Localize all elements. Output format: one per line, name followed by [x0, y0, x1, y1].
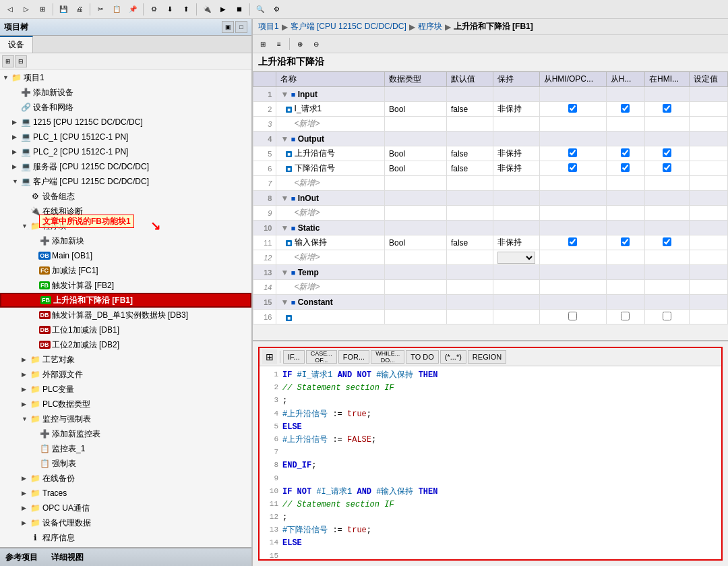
toolbar-btn-2[interactable]: ▷ [19, 2, 34, 17]
tree-item[interactable]: ▶📁OPC UA通信 [0, 501, 251, 515]
tree-item[interactable]: 📋强制表 [0, 456, 251, 471]
hmi1-checkbox[interactable] [568, 148, 577, 157]
tree-item[interactable]: ⚙设备组态 [0, 189, 251, 204]
tree-item[interactable]: ➕添加新设备 [0, 85, 251, 100]
row-expand[interactable]: ▼ [280, 194, 289, 203]
table-row[interactable]: 4▼ ■ Output [253, 132, 728, 146]
row-name[interactable]: ▼ ■ Static [276, 221, 385, 235]
toolbar-btn-online[interactable]: 🔌 [200, 2, 214, 17]
table-row[interactable]: 2■ I_请求1Boolfalse非保持 [253, 102, 728, 117]
tree-item[interactable]: ▼💻客户端 [CPU 1215C DC/DC/DC] [0, 174, 251, 189]
tree-item[interactable]: ▼📁监控与强制表 [0, 412, 251, 426]
line-content[interactable]: ELSE [282, 537, 716, 550]
tree-item[interactable]: ➕添加新监控表 [0, 426, 251, 441]
row-name[interactable]: <新增> [276, 176, 385, 191]
tree-item[interactable]: ▼📁程序块 [0, 219, 251, 233]
table-row[interactable]: 10▼ ■ Static [253, 221, 728, 235]
tree-item[interactable]: ▶📁Traces [0, 486, 251, 501]
tree-item[interactable]: ▶📁设备代理数据 [0, 515, 251, 530]
code-btn-region[interactable]: REGION [468, 350, 506, 364]
row-name[interactable]: ■ 输入保持 [276, 235, 385, 250]
retain-select[interactable] [497, 252, 535, 264]
hmi1-checkbox[interactable] [568, 163, 577, 172]
line-content[interactable]: #上升沿信号 := FALSE; [282, 434, 716, 447]
tree-item[interactable]: DB工位2加减法 [DB2] [0, 337, 251, 352]
itoolbar-btn-expand[interactable]: ⊕ [293, 36, 307, 51]
line-content[interactable]: ELSE [282, 421, 716, 434]
toolbar-btn-go[interactable]: ▶ [216, 2, 231, 17]
toolbar-btn-save[interactable]: 💾 [56, 2, 71, 17]
table-row[interactable]: 13▼ ■ Temp [253, 265, 728, 280]
panel-collapse-btn[interactable]: ▣ [222, 21, 234, 33]
row-name[interactable]: ■ [276, 310, 385, 324]
toolbar-btn-paste[interactable]: 📌 [125, 2, 140, 17]
bottom-tab-detail[interactable]: 详细视图 [51, 552, 84, 563]
table-row[interactable]: 15▼ ■ Constant [253, 295, 728, 310]
code-btn-todo[interactable]: TO DO [406, 350, 439, 364]
table-row[interactable]: 6■ 下降沿信号Boolfalse非保持 [253, 161, 728, 176]
add-label[interactable]: <新增> [294, 282, 320, 291]
line-content[interactable]: IF #I_请求1 AND NOT #输入保持 THEN [282, 369, 716, 382]
table-row[interactable]: 14<新增> [253, 280, 728, 295]
device-tab[interactable]: 设备 [0, 36, 33, 53]
hmi3-checkbox[interactable] [663, 104, 671, 113]
hmi2-checkbox[interactable] [621, 104, 630, 113]
hmi2-checkbox[interactable] [621, 312, 630, 320]
add-label[interactable]: <新增> [294, 178, 320, 188]
table-row[interactable]: 16■ [253, 310, 728, 324]
tree-item[interactable]: ▶💻服务器 [CPU 1215C DC/DC/DC] [0, 159, 251, 174]
line-content[interactable]: IF NOT #I_请求1 AND #输入保持 THEN [282, 486, 716, 499]
toolbar-btn-copy[interactable]: 📋 [109, 2, 124, 17]
tree-item[interactable]: 📋监控表_1 [0, 441, 251, 456]
row-expand[interactable]: ▼ [280, 268, 289, 277]
tree-item[interactable]: ➕添加新块 [0, 233, 251, 248]
table-row[interactable]: 5■ 上升沿信号Boolfalse非保持 [253, 146, 728, 161]
row-name[interactable]: ■ I_请求1 [276, 102, 385, 117]
line-content[interactable]: #上升沿信号 := true; [282, 408, 716, 421]
breadcrumb-part-1[interactable]: 客户端 [CPU 1215C DC/DC/DC] [291, 21, 406, 32]
tree-item[interactable]: ▶💻PLC_2 [CPU 1512C-1 PN] [0, 144, 251, 159]
row-expand[interactable]: ▼ [280, 90, 289, 99]
toolbar-btn-upload[interactable]: ⬆ [179, 2, 193, 17]
tree-item[interactable]: DB触发计算器_DB_单1实例数据块 [DB3] [0, 308, 251, 322]
hmi1-checkbox[interactable] [568, 104, 577, 113]
add-label[interactable]: <新增> [294, 119, 320, 128]
breadcrumb-part-2[interactable]: 程序块 [418, 21, 442, 32]
code-btn-case[interactable]: CASE...OF... [306, 350, 337, 364]
line-content[interactable]: // Statement section IF [282, 499, 716, 511]
row-name[interactable]: <新增> [276, 250, 385, 265]
tree-item[interactable]: ▶📁工艺对象 [0, 352, 251, 367]
table-row[interactable]: 9<新增> [253, 206, 728, 221]
row-name[interactable]: ▼ ■ Temp [276, 265, 385, 280]
line-content[interactable] [282, 473, 716, 486]
tree-item[interactable]: ℹ程序信息 [0, 530, 251, 545]
tree-item[interactable]: ▶📁PLC数据类型 [0, 397, 251, 412]
tree-item[interactable]: ▶💻PLC_1 [CPU 1512C-1 PN] [0, 130, 251, 144]
tree-item[interactable]: FB上升沿和下降沿 [FB1] [0, 293, 251, 308]
hmi3-checkbox[interactable] [663, 163, 671, 172]
row-expand[interactable]: ▼ [280, 298, 289, 307]
row-name[interactable]: ▼ ■ Constant [276, 295, 385, 310]
code-btn-comment[interactable]: (*...*) [440, 350, 466, 364]
code-content[interactable]: 1IF #I_请求1 AND NOT #输入保持 THEN2 // Statem… [260, 366, 721, 559]
row-expand[interactable]: ▼ [280, 223, 289, 233]
tree-item[interactable]: OBMain [OB1] [0, 248, 251, 263]
hmi1-checkbox[interactable] [568, 312, 577, 320]
code-toolbar-expand[interactable]: ⊞ [262, 349, 277, 364]
row-name[interactable]: ▼ ■ Input [276, 87, 385, 102]
tree-item[interactable]: FB触发计算器 [FB2] [0, 278, 251, 293]
line-content[interactable]: ; [282, 511, 716, 524]
row-name[interactable]: ▼ ■ InOut [276, 191, 385, 206]
hmi2-checkbox[interactable] [621, 148, 630, 157]
code-btn-while[interactable]: WHILE...DO... [371, 350, 404, 364]
row-name[interactable]: <新增> [276, 117, 385, 132]
tree-item[interactable]: DB工位1加减法 [DB1] [0, 322, 251, 337]
tree-collapse-all-btn[interactable]: ⊟ [15, 55, 27, 67]
row-name[interactable]: ■ 下降沿信号 [276, 161, 385, 176]
tree-item[interactable]: 🔌在线和诊断 [0, 204, 251, 219]
add-label[interactable]: <新增> [294, 208, 320, 217]
hmi3-checkbox[interactable] [663, 237, 671, 246]
table-row[interactable]: 1▼ ■ Input [253, 87, 728, 102]
breadcrumb-part-0[interactable]: 项目1 [258, 21, 279, 32]
tree-item[interactable]: ▶📁PLC变量 [0, 382, 251, 397]
